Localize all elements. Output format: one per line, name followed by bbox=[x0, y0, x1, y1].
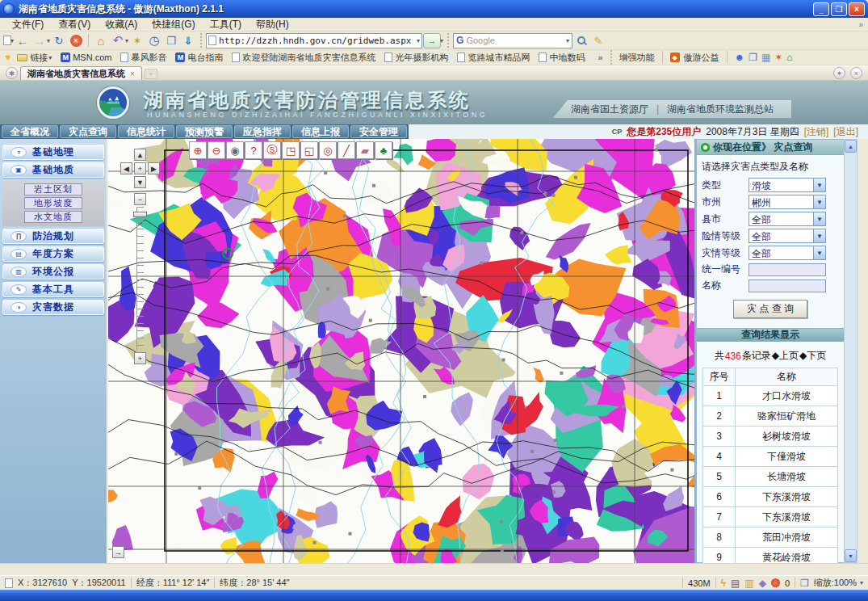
eraser-icon[interactable]: ▰ bbox=[356, 141, 374, 159]
exit-link[interactable]: [退出] bbox=[833, 125, 858, 139]
close-tabs-icon[interactable]: × bbox=[850, 67, 862, 79]
table-row[interactable]: 6下东溪滑坡 bbox=[703, 487, 838, 507]
select-rect-icon[interactable]: ◳ bbox=[282, 141, 300, 159]
name-input[interactable] bbox=[748, 279, 826, 292]
county-select[interactable]: 全部▼ bbox=[748, 212, 826, 226]
zoom-in-icon[interactable]: ⊕ bbox=[189, 141, 207, 159]
highlighter-icon[interactable]: ✎ bbox=[590, 32, 606, 48]
layers-plugin-icon[interactable]: ▦ bbox=[761, 52, 770, 63]
zoom-slider-thumb[interactable] bbox=[133, 212, 147, 217]
link-photo[interactable]: 光年摄影机构 bbox=[382, 52, 451, 64]
forward-icon[interactable]: → bbox=[31, 32, 48, 48]
measure-icon[interactable]: ? bbox=[245, 141, 262, 159]
vip-plugin-icon[interactable]: ✶ bbox=[774, 52, 782, 63]
new-tab-button[interactable]: + bbox=[145, 69, 157, 79]
links-folder[interactable]: 链接▾ bbox=[15, 52, 54, 64]
links-overflow-icon[interactable]: » bbox=[598, 53, 602, 62]
header-link-geo-monitor[interactable]: 湖南省地质环境监测总站 bbox=[667, 103, 774, 116]
search-icon[interactable] bbox=[573, 32, 589, 48]
nav-tab[interactable]: 信息上报 bbox=[292, 125, 349, 138]
cascade-windows-icon[interactable]: ❐ bbox=[800, 578, 809, 589]
nav-tab[interactable]: 全省概况 bbox=[2, 125, 58, 138]
table-row[interactable]: 7下东溪滑坡 bbox=[703, 507, 838, 527]
link-msn[interactable]: MMSN.com bbox=[58, 53, 114, 62]
sidebar-item-disaster-data[interactable]: ◑ 灾害数据 bbox=[2, 300, 104, 315]
panel-scrollbar[interactable]: ▲ ▼ bbox=[844, 139, 858, 563]
active-tab[interactable]: 湖南省地质灾害信息系统 × bbox=[20, 66, 142, 80]
pan-up-button[interactable]: ▲ bbox=[134, 149, 146, 161]
pan-left-button[interactable]: ◀ bbox=[120, 162, 132, 174]
sidebar-item-annual-plan[interactable]: ▤ 年度方案 bbox=[2, 246, 104, 262]
prefecture-select[interactable]: 郴州▼ bbox=[748, 195, 826, 209]
minimize-button[interactable]: _ bbox=[813, 2, 829, 16]
nav-tab[interactable]: 灾点查询 bbox=[60, 125, 116, 138]
menu-view[interactable]: 查看(V) bbox=[51, 17, 98, 32]
select-polygon-icon[interactable]: ◱ bbox=[300, 141, 318, 159]
folder-icon[interactable]: ▥ bbox=[744, 578, 753, 589]
header-link-land-resources[interactable]: 湖南省国土资源厅 bbox=[571, 103, 648, 116]
zoom-minus-button[interactable]: − bbox=[134, 193, 146, 205]
table-row[interactable]: 4下僮滑坡 bbox=[703, 447, 838, 467]
sidebar-item-prevention-planning[interactable]: ∏ 防治规划 bbox=[2, 229, 104, 244]
clear-selection-icon[interactable]: Ⓢ bbox=[263, 141, 281, 159]
history-clock-icon[interactable]: ◷ bbox=[146, 32, 162, 48]
lightning-icon[interactable]: ϟ bbox=[721, 578, 726, 589]
geologic-map-canvas[interactable] bbox=[108, 139, 695, 563]
link-city[interactable]: 览路城市精品网 bbox=[455, 52, 532, 64]
map-edge-pan-icon[interactable]: → bbox=[112, 546, 124, 558]
search-box[interactable]: G Google ▾ bbox=[453, 33, 572, 48]
zoom-caret-icon[interactable]: ▾ bbox=[860, 579, 863, 586]
sidebar-subitem-rock-zoning[interactable]: 岩土区划 bbox=[24, 183, 82, 195]
magic-wand-icon[interactable]: ✶ bbox=[129, 32, 145, 48]
window-plugin-icon[interactable]: ❐ bbox=[748, 52, 757, 63]
sidebar-item-basic-tools[interactable]: ✎ 基本工具 bbox=[2, 282, 104, 297]
menu-favorites[interactable]: 收藏(A) bbox=[98, 17, 145, 32]
pan-right-button[interactable]: ▶ bbox=[148, 162, 160, 174]
go-caret-icon[interactable]: ▾ bbox=[440, 37, 443, 44]
download-icon[interactable]: ⇓ bbox=[180, 32, 196, 48]
tab-close-icon[interactable]: × bbox=[130, 69, 135, 78]
pan-down-button[interactable]: ▼ bbox=[134, 176, 146, 188]
refresh-icon[interactable]: ↻ bbox=[51, 32, 67, 48]
menu-help[interactable]: 帮助(H) bbox=[249, 17, 296, 32]
menu-overflow-icon[interactable]: » bbox=[858, 20, 863, 29]
sidebar-item-basic-geography[interactable]: » 基础地理 bbox=[2, 145, 104, 160]
identify-icon[interactable]: ◎ bbox=[319, 141, 337, 159]
undo-caret-icon[interactable]: ▾ bbox=[125, 37, 128, 44]
layer-tree-icon[interactable]: ♣ bbox=[375, 141, 392, 159]
book-icon[interactable]: ◆ bbox=[759, 578, 766, 589]
prev-page-link[interactable]: ◆上页 bbox=[772, 349, 799, 363]
type-select[interactable]: 滑坡▼ bbox=[748, 178, 826, 192]
link-radio[interactable]: M电台指南 bbox=[173, 52, 225, 64]
search-engine-caret-icon[interactable]: ▾ bbox=[566, 37, 569, 44]
unified-id-input[interactable] bbox=[748, 263, 826, 276]
map-viewport[interactable]: ⊕ ⊖ ◉ ? Ⓢ ◳ ◱ ◎ ╱ ▰ ♣ ▲ ◀ + ▶ ▼ − + → bbox=[108, 139, 695, 563]
link-welcome[interactable]: 欢迎登陆湖南省地质灾害信息系统 bbox=[229, 52, 378, 64]
restore-button[interactable]: ❐ bbox=[831, 2, 847, 16]
zoom-out-icon[interactable]: ⊖ bbox=[208, 141, 225, 159]
history-dropdown-icon[interactable]: ▾ bbox=[47, 37, 50, 44]
pan-center-button[interactable]: + bbox=[134, 162, 146, 174]
nav-tab[interactable]: 应急指挥 bbox=[234, 125, 291, 138]
charity-link[interactable]: 傲游公益 bbox=[684, 52, 719, 64]
sidebar-subitem-terrain-slope[interactable]: 地形坡度 bbox=[24, 197, 82, 209]
draw-line-icon[interactable]: ╱ bbox=[338, 141, 355, 159]
enhance-features-link[interactable]: 增强功能 bbox=[619, 52, 655, 64]
danger-level-select[interactable]: 全部▼ bbox=[748, 229, 826, 243]
wrench-icon[interactable]: ✦ bbox=[833, 67, 845, 79]
shop-plugin-icon[interactable]: ⌂ bbox=[786, 52, 792, 63]
go-button[interactable]: → bbox=[423, 33, 441, 48]
address-dropdown-icon[interactable]: ▾ bbox=[417, 37, 420, 44]
sidebar-item-environment-bulletin[interactable]: ▥ 环境公报 bbox=[2, 264, 104, 279]
table-row[interactable]: 2骆家恒矿滑地 bbox=[703, 406, 838, 427]
link-zhongdi[interactable]: 中地数码 bbox=[536, 52, 587, 64]
close-button[interactable]: × bbox=[849, 2, 865, 16]
undo-icon[interactable]: ↶ bbox=[110, 32, 126, 48]
scroll-up-icon[interactable]: ▲ bbox=[845, 140, 857, 153]
back-icon[interactable]: ← bbox=[15, 32, 31, 48]
menu-file[interactable]: 文件(F) bbox=[5, 17, 51, 32]
alert-icon[interactable] bbox=[771, 578, 780, 587]
query-button[interactable]: 灾 点 查 询 bbox=[733, 300, 807, 318]
link-storm[interactable]: 暴风影音 bbox=[118, 52, 169, 64]
pan-icon[interactable]: ◉ bbox=[226, 141, 244, 159]
